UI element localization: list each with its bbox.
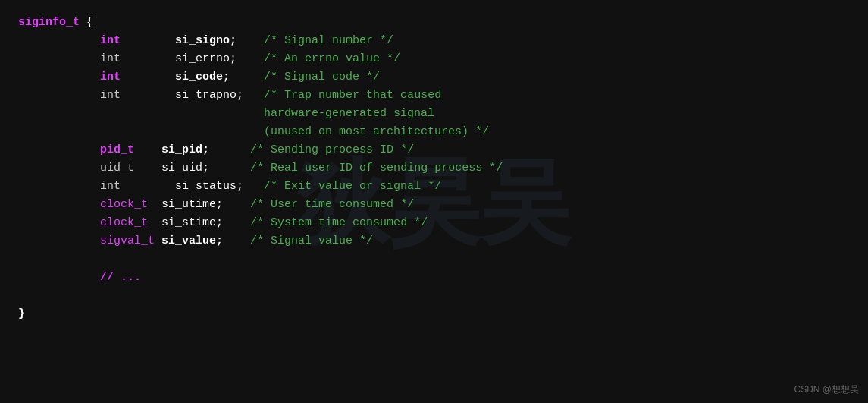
field-si-utime: clock_t si_utime; /* User time consumed …: [18, 196, 850, 214]
type-int-3: int: [100, 68, 121, 87]
comment-si-uid: /* Real user ID of sending process */: [250, 159, 503, 178]
indent: [18, 196, 100, 214]
field-si-code: int si_code; /* Signal code */: [18, 68, 850, 87]
spacing: [155, 232, 161, 250]
spacing: [148, 214, 161, 232]
spacing2: [237, 32, 264, 50]
spacing2: [209, 159, 250, 178]
spacing2: [243, 178, 264, 196]
comment-si-utime: /* User time consumed */: [250, 196, 414, 214]
comment-si-pid: /* Sending process ID */: [250, 141, 414, 159]
field-si-pid: pid_t si_pid; /* Sending process ID */: [18, 141, 850, 159]
spacing: [121, 68, 175, 87]
field-si-errno: int si_errno; /* An errno value */: [18, 50, 850, 68]
field-name-si-pid: si_pid;: [161, 141, 209, 159]
field-name-si-code: si_code;: [175, 68, 230, 87]
field-si-signo: int si_signo; /* Signal number */: [18, 32, 850, 50]
spacing: [121, 87, 175, 105]
open-brace: {: [80, 14, 93, 32]
empty-line-1: [18, 250, 850, 269]
comment-si-signo: /* Signal number */: [264, 32, 393, 50]
field-name-si-stime: si_stime;: [161, 214, 223, 232]
comment-si-value: /* Signal value */: [250, 232, 373, 250]
field-si-value: sigval_t si_value; /* Signal value */: [18, 232, 850, 250]
spacing: [121, 50, 175, 68]
indent: [18, 232, 100, 250]
spacing2: [230, 68, 264, 87]
comment-si-errno: /* An errno value */: [264, 50, 400, 68]
field-si-stime: clock_t si_stime; /* System time consume…: [18, 214, 850, 232]
field-si-status: int si_status; /* Exit value or signal *…: [18, 178, 850, 196]
comment-si-trapno-1: /* Trap number that caused: [264, 87, 441, 105]
spacing2: [223, 214, 250, 232]
indent-long: [18, 105, 264, 123]
indent: [18, 87, 100, 105]
field-si-trapno-line2: hardware-generated signal: [18, 105, 850, 123]
empty-line-2: [18, 287, 850, 305]
indent: [18, 68, 100, 87]
field-name-si-value: si_value;: [161, 232, 223, 250]
spacing2: [223, 232, 250, 250]
indent: [18, 159, 100, 178]
struct-name: siginfo_t: [18, 14, 80, 32]
type-clock-t-1: clock_t: [100, 196, 148, 214]
comment-si-stime: /* System time consumed */: [250, 214, 428, 232]
indent: [18, 50, 100, 68]
type-uid-t: uid_t: [100, 159, 134, 178]
indent: [18, 214, 100, 232]
spacing2: [243, 87, 264, 105]
ellipsis-comment: // ...: [100, 269, 141, 287]
spacing: [148, 196, 161, 214]
code-block: 狄昊吴 siginfo_t { int si_signo; /* Signal …: [0, 0, 868, 403]
type-int-4: int: [100, 87, 121, 105]
type-int-1: int: [100, 32, 121, 50]
code-content: siginfo_t { int si_signo; /* Signal numb…: [18, 14, 850, 323]
spacing: [134, 159, 161, 178]
field-name-si-signo: si_signo;: [175, 32, 237, 50]
type-clock-t-2: clock_t: [100, 214, 148, 232]
csdn-watermark: CSDN @想想吴: [794, 383, 859, 397]
spacing2: [223, 196, 250, 214]
comment-si-trapno-2: hardware-generated signal: [264, 105, 434, 123]
type-int-2: int: [100, 50, 121, 68]
spacing2: [209, 141, 250, 159]
field-name-si-trapno: si_trapno;: [175, 87, 243, 105]
spacing2: [237, 50, 264, 68]
field-name-si-errno: si_errno;: [175, 50, 237, 68]
indent: [18, 269, 100, 287]
type-int-5: int: [100, 178, 121, 196]
comment-si-trapno-3: (unused on most architectures) */: [264, 123, 489, 141]
indent: [18, 32, 100, 50]
close-brace-line: }: [18, 305, 850, 323]
comment-si-status: /* Exit value or signal */: [264, 178, 441, 196]
indent-long: [18, 123, 264, 141]
type-pid-t: pid_t: [100, 141, 134, 159]
field-si-trapno-line3: (unused on most architectures) */: [18, 123, 850, 141]
field-name-si-utime: si_utime;: [161, 196, 223, 214]
field-name-si-uid: si_uid;: [161, 159, 209, 178]
type-sigval-t: sigval_t: [100, 232, 155, 250]
struct-declaration-line: siginfo_t {: [18, 14, 850, 32]
spacing: [121, 32, 175, 50]
spacing: [121, 178, 175, 196]
field-si-uid: uid_t si_uid; /* Real user ID of sending…: [18, 159, 850, 178]
spacing: [134, 141, 161, 159]
comment-si-code: /* Signal code */: [264, 68, 380, 87]
ellipsis-line: // ...: [18, 269, 850, 287]
indent: [18, 141, 100, 159]
field-name-si-status: si_status;: [175, 178, 243, 196]
close-brace: }: [18, 305, 25, 323]
indent: [18, 178, 100, 196]
field-si-trapno-line1: int si_trapno; /* Trap number that cause…: [18, 87, 850, 105]
